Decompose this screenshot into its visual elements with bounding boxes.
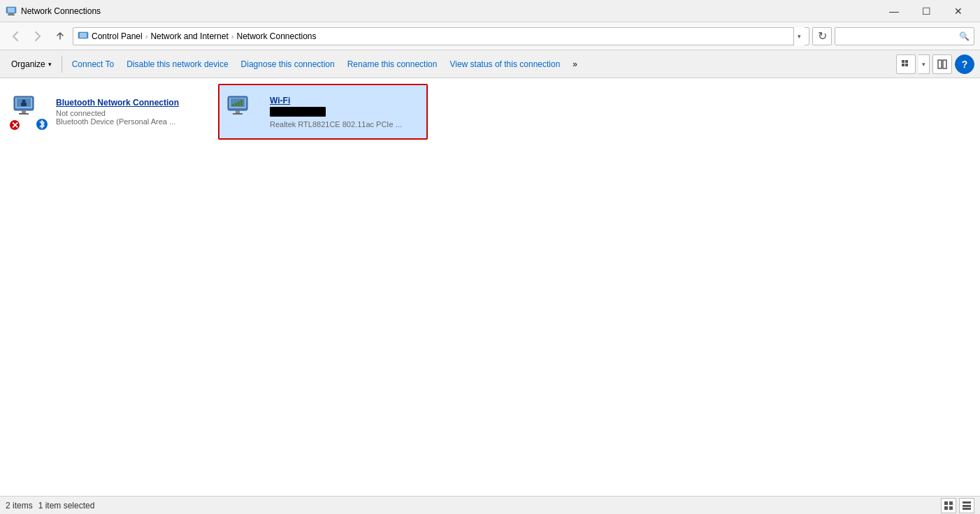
up-button[interactable]	[50, 27, 70, 46]
svg-rect-8	[902, 64, 905, 66]
status-bar-right	[941, 498, 974, 513]
svg-rect-31	[949, 506, 953, 510]
back-button[interactable]	[6, 27, 25, 46]
address-dropdown-button[interactable]: ▾	[793, 27, 805, 45]
svg-point-15	[22, 100, 26, 103]
view-grid-button[interactable]	[896, 54, 916, 74]
address-path[interactable]: Control Panel › Network and Internet › N…	[73, 27, 809, 45]
more-button[interactable]: »	[567, 53, 583, 75]
svg-rect-6	[902, 60, 905, 63]
search-input[interactable]	[840, 31, 959, 41]
svg-rect-28	[944, 501, 948, 505]
svg-rect-32	[963, 501, 971, 504]
bluetooth-status: Not connected	[56, 109, 210, 117]
svg-rect-26	[236, 110, 240, 113]
wifi-icon-area	[225, 94, 261, 130]
wifi-info: Wi-Fi Realtek RTL8821CE 802.11ac PCIe ..…	[270, 96, 421, 128]
svg-rect-33	[963, 505, 971, 507]
svg-rect-2	[8, 15, 15, 15]
svg-rect-34	[963, 508, 971, 510]
svg-rect-24	[238, 101, 240, 106]
address-bar: Control Panel › Network and Internet › N…	[0, 22, 980, 50]
view-status-button[interactable]: View status of this connection	[444, 53, 565, 75]
svg-rect-22	[232, 104, 234, 106]
svg-rect-10	[938, 60, 942, 68]
wifi-device: Realtek RTL8821CE 802.11ac PCIe ...	[270, 120, 421, 128]
wifi-computer-icon	[225, 94, 253, 122]
svg-rect-5	[80, 33, 87, 38]
title-bar-title: Network Connections	[21, 6, 878, 16]
svg-rect-27	[233, 113, 243, 115]
svg-rect-16	[21, 103, 27, 106]
svg-rect-29	[949, 501, 953, 505]
view-panel-button[interactable]	[932, 54, 952, 74]
svg-rect-3	[8, 8, 15, 13]
selected-count: 1 item selected	[38, 501, 95, 511]
view-dropdown-button[interactable]: ▾	[918, 54, 930, 74]
path-control-panel: Control Panel	[92, 31, 143, 41]
svg-rect-18	[19, 113, 29, 115]
svg-rect-30	[944, 506, 948, 510]
wifi-name: Wi-Fi	[270, 96, 421, 105]
svg-rect-23	[235, 103, 237, 106]
organize-button[interactable]: Organize ▾	[6, 53, 57, 75]
disable-network-button[interactable]: Disable this network device	[121, 53, 233, 75]
restore-button[interactable]: ☐	[910, 0, 942, 22]
search-icon: 🔍	[959, 31, 970, 41]
toolbar-separator-1	[62, 56, 62, 73]
toolbar: Organize ▾ Connect To Disable this netwo…	[0, 50, 980, 78]
path-network-internet: Network and Internet	[150, 31, 228, 41]
forward-button[interactable]	[28, 27, 48, 46]
diagnose-connection-button[interactable]: Diagnose this connection	[236, 53, 340, 75]
title-bar-controls: — ☐ ✕	[878, 0, 974, 22]
status-bar: 2 items 1 item selected	[0, 496, 980, 514]
svg-rect-9	[905, 64, 908, 66]
svg-rect-7	[905, 60, 908, 63]
status-view-grid-button[interactable]	[941, 498, 956, 513]
svg-rect-17	[22, 110, 26, 113]
svg-rect-11	[943, 60, 946, 68]
search-box[interactable]: 🔍	[835, 27, 974, 45]
bluetooth-connection-item[interactable]: ✕ Bluetooth Network Connection Not conne…	[6, 84, 215, 140]
computer-icon	[11, 94, 39, 122]
bluetooth-device: Bluetooth Device (Personal Area ...	[56, 117, 210, 126]
main-content: ✕ Bluetooth Network Connection Not conne…	[0, 78, 980, 496]
toolbar-right: ▾ ?	[896, 54, 974, 74]
item-count: 2 items	[6, 501, 33, 511]
error-overlay: ✕	[8, 119, 21, 131]
status-view-list-button[interactable]	[959, 498, 974, 513]
refresh-button[interactable]: ↻	[812, 27, 832, 45]
wifi-ssid-redacted	[270, 107, 326, 117]
bluetooth-name: Bluetooth Network Connection	[56, 98, 210, 108]
title-bar-icon	[6, 6, 17, 17]
help-button[interactable]: ?	[955, 54, 974, 74]
bluetooth-icon-area: ✕	[11, 94, 48, 130]
path-network-connections: Network Connections	[236, 31, 316, 41]
connect-to-button[interactable]: Connect To	[66, 53, 120, 75]
bluetooth-overlay	[35, 117, 49, 131]
title-bar: Network Connections — ☐ ✕	[0, 0, 980, 22]
minimize-button[interactable]: —	[878, 0, 910, 22]
close-button[interactable]: ✕	[942, 0, 974, 22]
svg-rect-25	[240, 100, 243, 106]
bluetooth-info: Bluetooth Network Connection Not connect…	[56, 98, 210, 126]
wifi-connection-item[interactable]: Wi-Fi Realtek RTL8821CE 802.11ac PCIe ..…	[218, 84, 428, 140]
svg-rect-1	[8, 13, 14, 15]
rename-connection-button[interactable]: Rename this connection	[342, 53, 443, 75]
